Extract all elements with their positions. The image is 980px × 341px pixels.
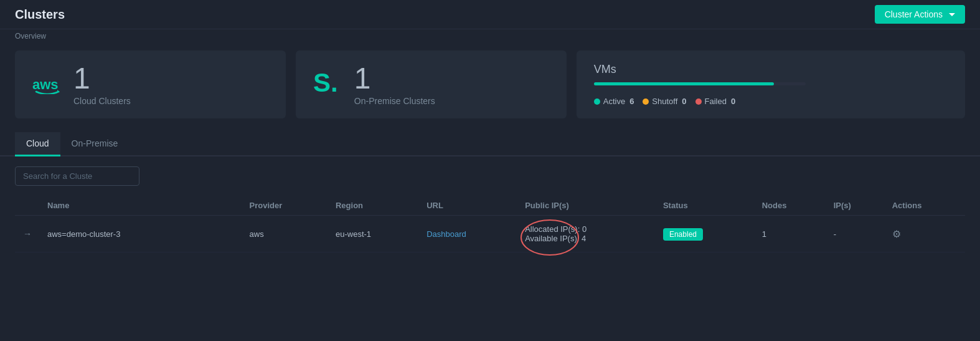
status-badge: Enabled bbox=[663, 228, 703, 241]
available-ip-text: Available IP(s): 4 bbox=[525, 234, 587, 243]
dashboard-link[interactable]: Dashboard bbox=[426, 229, 466, 239]
failed-label: Failed bbox=[705, 97, 727, 106]
ip-info: Allocated IP(s): 0 Available IP(s): 4 bbox=[525, 224, 587, 243]
col-ips: IP(s) bbox=[826, 196, 885, 216]
onpremise-clusters-card: S. 1 On-Premise Clusters bbox=[296, 50, 567, 118]
tab-onpremise[interactable]: On-Premise bbox=[60, 132, 130, 156]
row-nodes: 1 bbox=[755, 216, 826, 252]
content-area: Name Provider Region URL Public IP(s) St… bbox=[0, 156, 980, 262]
vms-card: VMs Active 6 Shutoff 0 Failed 0 bbox=[577, 50, 965, 118]
active-stat: Active 6 bbox=[594, 97, 634, 106]
col-status: Status bbox=[656, 196, 755, 216]
allocated-ip-text: Allocated IP(s): 0 bbox=[525, 224, 587, 234]
row-name: aws=demo-cluster-3 bbox=[40, 216, 242, 252]
breadcrumb: Overview bbox=[0, 29, 980, 47]
dropdown-caret-icon bbox=[949, 13, 955, 16]
table-header: Name Provider Region URL Public IP(s) St… bbox=[15, 196, 965, 216]
row-ips: - bbox=[826, 216, 885, 252]
row-arrow: → bbox=[15, 216, 40, 252]
cloud-cluster-count: 1 bbox=[73, 64, 131, 94]
table-row: → aws=demo-cluster-3 aws eu-west-1 Dashb… bbox=[15, 216, 965, 252]
shutoff-count: 0 bbox=[682, 97, 686, 106]
cloud-count-group: 1 Cloud Clusters bbox=[73, 64, 131, 106]
page-title: Clusters bbox=[15, 7, 65, 22]
tab-cloud[interactable]: Cloud bbox=[15, 132, 60, 156]
shutoff-label: Shutoff bbox=[652, 97, 677, 106]
failed-count: 0 bbox=[731, 97, 735, 106]
col-provider: Provider bbox=[242, 196, 328, 216]
col-nodes: Nodes bbox=[755, 196, 826, 216]
vms-progress-bar bbox=[594, 82, 774, 85]
summary-cards: aws 1 Cloud Clusters S. 1 On-Premise Clu… bbox=[0, 50, 980, 128]
shutoff-dot-icon bbox=[643, 98, 649, 105]
col-url: URL bbox=[419, 196, 517, 216]
row-url[interactable]: Dashboard bbox=[419, 216, 517, 252]
active-count: 6 bbox=[629, 97, 634, 106]
row-actions[interactable]: ⚙ bbox=[885, 216, 965, 252]
active-dot-icon bbox=[594, 98, 600, 105]
cluster-actions-button[interactable]: Cluster Actions bbox=[875, 5, 965, 24]
gear-icon[interactable]: ⚙ bbox=[892, 229, 901, 239]
failed-stat: Failed 0 bbox=[695, 97, 736, 106]
row-provider: aws bbox=[242, 216, 328, 252]
shutoff-stat: Shutoff 0 bbox=[643, 97, 686, 106]
clusters-table: Name Provider Region URL Public IP(s) St… bbox=[15, 196, 965, 252]
onpremise-cluster-count: 1 bbox=[354, 64, 435, 94]
row-public-ip: Allocated IP(s): 0 Available IP(s): 4 bbox=[517, 216, 656, 252]
cloud-cluster-label: Cloud Clusters bbox=[73, 96, 131, 106]
cloud-clusters-card: aws 1 Cloud Clusters bbox=[15, 50, 286, 118]
row-region: eu-west-1 bbox=[328, 216, 419, 252]
svg-marker-1 bbox=[57, 90, 60, 92]
vms-title: VMs bbox=[594, 63, 616, 76]
aws-logo-icon: aws bbox=[32, 75, 62, 94]
svg-text:aws: aws bbox=[32, 77, 59, 92]
col-name: Name bbox=[40, 196, 242, 216]
aws-svg-icon: aws bbox=[32, 75, 62, 94]
active-label: Active bbox=[603, 97, 625, 106]
vms-stats: Active 6 Shutoff 0 Failed 0 bbox=[594, 97, 736, 106]
col-actions: Actions bbox=[885, 196, 965, 216]
col-public-ip: Public IP(s) bbox=[517, 196, 656, 216]
failed-dot-icon bbox=[695, 98, 702, 105]
col-region: Region bbox=[328, 196, 419, 216]
scaleway-svg-icon: S. bbox=[313, 68, 343, 98]
onpremise-count-group: 1 On-Premise Clusters bbox=[354, 64, 435, 106]
cluster-actions-label: Cluster Actions bbox=[885, 9, 943, 19]
table-body: → aws=demo-cluster-3 aws eu-west-1 Dashb… bbox=[15, 216, 965, 252]
tabs-bar: Cloud On-Premise bbox=[0, 132, 980, 156]
expand-arrow-icon[interactable]: → bbox=[23, 229, 32, 239]
svg-text:S.: S. bbox=[313, 68, 338, 97]
onpremise-cluster-label: On-Premise Clusters bbox=[354, 96, 435, 106]
col-arrow bbox=[15, 196, 40, 216]
vms-progress-bar-container bbox=[594, 82, 806, 85]
scaleway-logo-icon: S. bbox=[313, 68, 343, 101]
search-input[interactable] bbox=[15, 166, 139, 186]
row-status: Enabled bbox=[656, 216, 755, 252]
header: Clusters Cluster Actions bbox=[0, 0, 980, 29]
